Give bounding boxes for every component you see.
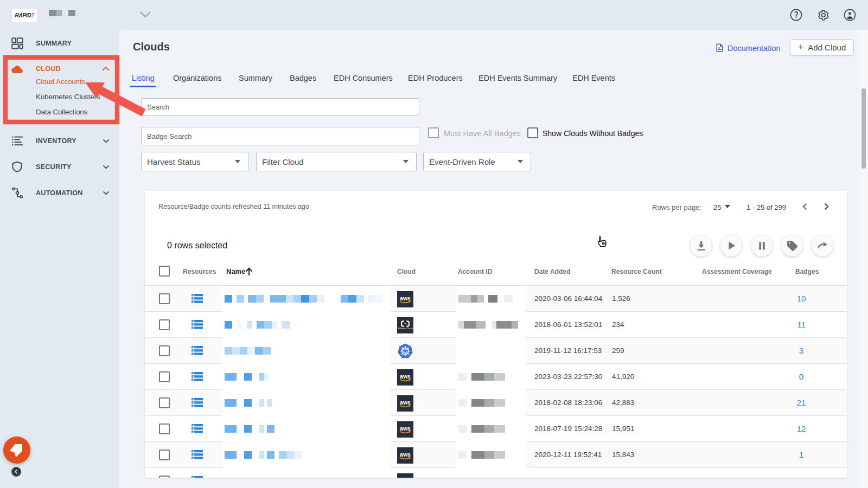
svg-text:Alibaba Cloud: Alibaba Cloud: [398, 327, 413, 330]
svg-text:aws: aws: [400, 295, 411, 301]
svg-text:aws: aws: [400, 425, 411, 432]
svg-text:aws: aws: [400, 477, 411, 478]
svg-text:aws: aws: [400, 373, 411, 380]
svg-text:aws: aws: [400, 451, 411, 458]
svg-text:aws: aws: [400, 399, 411, 406]
